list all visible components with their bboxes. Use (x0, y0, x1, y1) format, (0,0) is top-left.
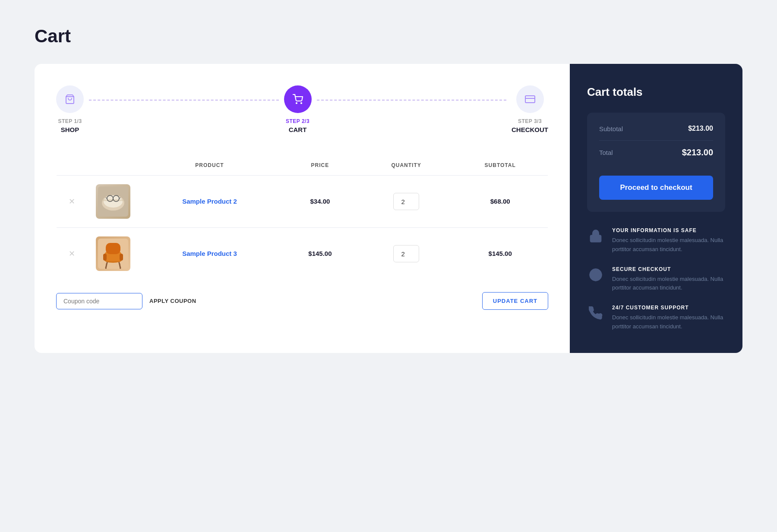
connector-1 (89, 100, 279, 101)
right-panel: Cart totals Subtotal $213.00 Total $213.… (570, 64, 742, 353)
coupon-input[interactable] (56, 293, 142, 309)
svg-rect-24 (591, 236, 601, 242)
qty-cell-2 (360, 228, 452, 280)
subtotal-value-2: $145.00 (489, 250, 512, 257)
cart-table: PRODUCT PRICE QUANTITY SUBTOTAL ✕ (56, 155, 548, 280)
update-cart-button[interactable]: UPDATE CART (482, 292, 548, 310)
product-name-cell-2: Sample Product 3 (139, 228, 280, 280)
step-checkout-circle (516, 85, 544, 113)
col-product: PRODUCT (139, 155, 280, 176)
connector-2 (317, 100, 507, 101)
main-layout: STEP 1/3 SHOP STEP 2/3 CART (35, 64, 742, 353)
totals-card: Subtotal $213.00 Total $213.00 Proceed t… (587, 113, 725, 212)
remove-button-2[interactable]: ✕ (65, 247, 79, 260)
total-row: Total $213.00 (599, 148, 713, 157)
stepper: STEP 1/3 SHOP STEP 2/3 CART (56, 85, 548, 133)
trust-item-safe: YOUR INFORMATION IS SAFE Donec sollicitu… (587, 227, 725, 254)
col-subtotal: SUBTOTAL (452, 155, 548, 176)
step-checkout-label: CHECKOUT (512, 126, 548, 133)
price-cell-2: $145.00 (280, 228, 360, 280)
product-link-2[interactable]: Sample Product 3 (182, 250, 237, 257)
quantity-input-2[interactable] (393, 245, 419, 262)
table-row: ✕ (57, 176, 548, 228)
trust-badges: YOUR INFORMATION IS SAFE Donec sollicitu… (587, 227, 725, 331)
apply-coupon-button[interactable]: APPLY COUPON (148, 293, 198, 308)
cart-actions: APPLY COUPON UPDATE CART (56, 292, 548, 310)
svg-point-2 (301, 103, 302, 104)
price-cell-1: $34.00 (280, 176, 360, 228)
trust-support-heading: 24/7 CUSTOMER SUPPORT (612, 305, 725, 311)
cart-totals-title: Cart totals (587, 85, 725, 99)
remove-cell-2: ✕ (57, 228, 88, 280)
remove-cell-1: ✕ (57, 176, 88, 228)
globe-icon (587, 266, 604, 283)
svg-point-1 (296, 103, 297, 104)
trust-secure-desc: Donec sollicitudin molestie malesuada. N… (612, 275, 725, 293)
col-quantity: QUANTITY (360, 155, 452, 176)
remove-button-1[interactable]: ✕ (65, 195, 79, 208)
subtotal-cell-2: $145.00 (452, 228, 548, 280)
step-shop-label: SHOP (58, 126, 82, 133)
checkout-button[interactable]: Proceed to checkout (599, 176, 713, 200)
subtotal-value-1: $68.00 (490, 198, 510, 205)
product-link-1[interactable]: Sample Product 2 (182, 198, 237, 205)
svg-rect-22 (103, 254, 107, 261)
product-name-cell-1: Sample Product 2 (139, 176, 280, 228)
step-checkout: STEP 3/3 CHECKOUT (512, 85, 548, 133)
step-cart-number: STEP 2/3 (286, 118, 310, 124)
total-value: $213.00 (682, 148, 713, 157)
step-shop-number: STEP 1/3 (58, 118, 82, 124)
col-price: PRICE (280, 155, 360, 176)
trust-safe-heading: YOUR INFORMATION IS SAFE (612, 227, 725, 233)
svg-rect-21 (106, 243, 120, 254)
col-remove (57, 155, 88, 176)
subtotal-cell-1: $68.00 (452, 176, 548, 228)
subtotal-row: Subtotal $213.00 (599, 125, 713, 132)
step-shop: STEP 1/3 SHOP (56, 85, 84, 133)
price-value-2: $145.00 (308, 250, 332, 257)
step-cart-circle (284, 85, 312, 113)
product-image-1 (96, 184, 130, 219)
page-title: Cart (35, 26, 742, 47)
price-value-1: $34.00 (310, 198, 330, 205)
step-checkout-number: STEP 3/3 (512, 118, 548, 124)
col-img (87, 155, 139, 176)
total-label: Total (599, 149, 613, 156)
product-image-2 (96, 236, 130, 271)
product-img-cell-2 (87, 228, 139, 280)
step-shop-circle (56, 85, 84, 113)
trust-safe-desc: Donec sollicitudin molestie malesuada. N… (612, 236, 725, 254)
trust-support-desc: Donec sollicitudin molestie malesuada. N… (612, 313, 725, 331)
step-cart-label: CART (286, 126, 310, 133)
svg-rect-23 (120, 254, 123, 261)
lock-icon (587, 227, 604, 245)
trust-item-secure: SECURE CHECKOUT Donec sollicitudin moles… (587, 266, 725, 293)
phone-icon (587, 305, 604, 322)
table-row: ✕ (57, 228, 548, 280)
trust-secure-heading: SECURE CHECKOUT (612, 266, 725, 272)
quantity-input-1[interactable] (393, 193, 419, 210)
trust-item-support: 24/7 CUSTOMER SUPPORT Donec sollicitudin… (587, 305, 725, 331)
totals-divider (599, 140, 713, 141)
qty-cell-1 (360, 176, 452, 228)
cart-panel: STEP 1/3 SHOP STEP 2/3 CART (35, 64, 570, 353)
subtotal-label: Subtotal (599, 125, 623, 132)
svg-rect-3 (525, 96, 535, 103)
step-cart: STEP 2/3 CART (284, 85, 312, 133)
subtotal-value: $213.00 (688, 125, 713, 132)
product-img-cell-1 (87, 176, 139, 228)
